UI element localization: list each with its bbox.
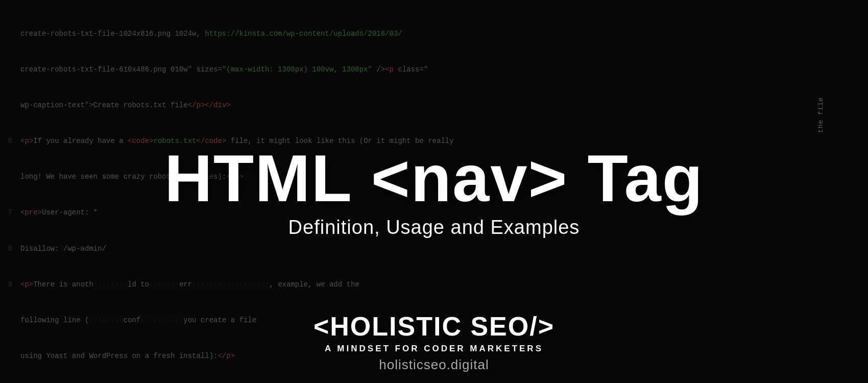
right-edge-label: the file bbox=[817, 97, 868, 133]
page-subtitle: Definition, Usage and Examples bbox=[164, 217, 704, 238]
brand-tagline: A MINDSET FOR CODER MARKETERS bbox=[314, 344, 554, 354]
hero-content: HTML <nav> Tag Definition, Usage and Exa… bbox=[164, 145, 704, 238]
brand-title: <HOLISTIC SEO/> bbox=[314, 311, 554, 342]
brand-section: <HOLISTIC SEO/> A MINDSET FOR CODER MARK… bbox=[314, 311, 554, 383]
page-main-title: HTML <nav> Tag bbox=[164, 145, 704, 211]
page-container: create-robots-txt-file-1024x816.png 1024… bbox=[0, 0, 868, 383]
brand-url: holisticseo.digital bbox=[314, 357, 554, 373]
